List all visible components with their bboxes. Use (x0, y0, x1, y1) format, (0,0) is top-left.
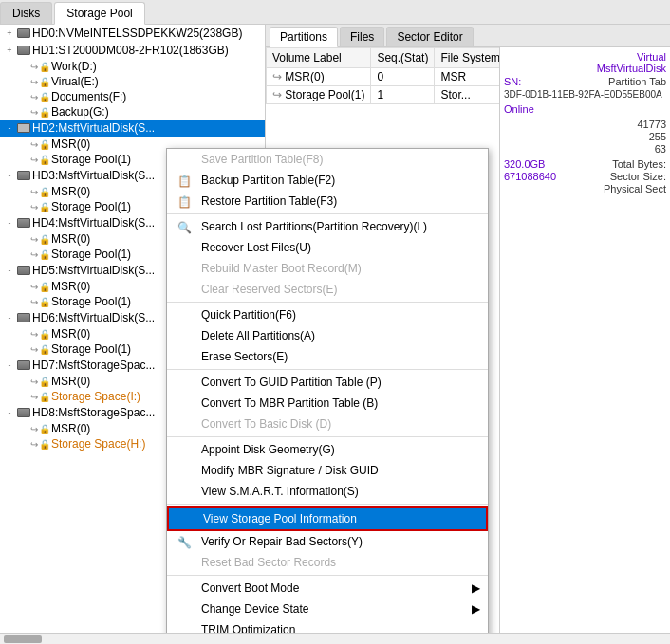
tab-disks[interactable]: Disks (0, 2, 52, 24)
disk-icon-hd4 (17, 215, 32, 230)
lock-hd4-pool: 🔒 (39, 249, 50, 260)
hd5-pool-label: Storage Pool(1) (51, 295, 131, 308)
hd3-msr-label: MSR(0) (51, 185, 90, 198)
menu-item-restore-partition[interactable]: 📋 Restore Partition Table(F3) (167, 191, 488, 212)
menu-trim-label: TRIM Optimization (201, 623, 295, 633)
disk-icon-hd0 (17, 26, 32, 41)
tree-item-work[interactable]: ↪ 🔒 Work(D:) (0, 59, 265, 74)
disk-icon-hd8 (17, 405, 32, 420)
menu-item-convert-mbr[interactable]: Convert To MBR Partition Table (B) (167, 393, 488, 414)
menu-convert-guid-label: Convert To GUID Partition Table (P) (201, 376, 382, 389)
arrow-icon-row1: ↪ (272, 70, 282, 83)
menu-item-view-storage-pool[interactable]: View Storage Pool Information (167, 506, 488, 531)
menu-item-convert-guid[interactable]: Convert To GUID Partition Table (P) (167, 372, 488, 393)
menu-item-verify-repair[interactable]: 🔧 Verify Or Repair Bad Sectors(Y) (167, 531, 488, 552)
guid-label: SN: (504, 76, 521, 87)
scrollbar-thumb[interactable] (4, 635, 42, 643)
scrollbar-area[interactable] (0, 633, 670, 644)
type-value: MsftVirtualDisk (597, 63, 666, 74)
tab-sector-editor[interactable]: Sector Editor (386, 27, 473, 46)
arrow-hd4-msr: ↪ (30, 234, 38, 245)
menu-item-convert-boot[interactable]: Convert Boot Mode ▶ (167, 578, 488, 598)
lock-hd2-pool: 🔒 (39, 155, 50, 165)
guid-detail: 3DF-0D1B-11EB-92FA-E0D55EB00A (504, 89, 666, 100)
disk-icon-hd6 (17, 310, 32, 325)
menu-recover-label: Recover Lost Files(U) (201, 241, 311, 254)
tab-storage-pool[interactable]: Storage Pool (54, 2, 144, 25)
tree-item-hd0[interactable]: + HD0:NVMeINTELSSDPEKKW25(238GB) (0, 25, 265, 42)
expand-hd6[interactable]: - (2, 310, 17, 325)
menu-smart-label: View S.M.A.R.T. Information(S) (201, 485, 359, 498)
lock-hd3-pool: 🔒 (39, 202, 50, 212)
menu-item-smart-info[interactable]: View S.M.A.R.T. Information(S) (167, 481, 488, 502)
menu-item-recover-lost[interactable]: Recover Lost Files(U) (167, 237, 488, 258)
expand-hd4[interactable]: - (2, 215, 17, 230)
guid-value: Partition Tab (608, 76, 666, 87)
backup-icon: 📋 (175, 174, 194, 189)
menu-item-convert-basic[interactable]: Convert To Basic Disk (D) (167, 414, 488, 434)
lock-work: 🔒 (39, 62, 50, 72)
hd3-pool-label: Storage Pool(1) (51, 200, 131, 213)
menu-boot-label: Convert Boot Mode (201, 581, 299, 595)
menu-item-reset-bad[interactable]: Reset Bad Sector Records (167, 552, 488, 573)
hd7-label: HD7:MsftStorageSpac... (32, 359, 155, 372)
hd7-msr-label: MSR(0) (51, 375, 90, 388)
arrow-hd3-msr: ↪ (30, 187, 38, 197)
arrow-hd4-pool: ↪ (30, 249, 38, 260)
tab-partitions[interactable]: Partitions (270, 27, 338, 47)
arrow-hd6-pool: ↪ (30, 344, 38, 355)
menu-item-erase-sectors[interactable]: Erase Sectors(E) (167, 346, 488, 367)
status-label: Online (504, 103, 666, 115)
val3: 63 (655, 143, 666, 155)
disk-icon-hd7 (17, 358, 32, 373)
menu-item-appoint-geometry[interactable]: Appoint Disk Geometry(G) (167, 439, 488, 460)
expand-hd0[interactable]: + (2, 26, 17, 41)
work-label: Work(D:) (51, 60, 97, 73)
menu-item-quick-partition[interactable]: Quick Partition(F6) (167, 304, 488, 325)
menu-item-modify-mbr[interactable]: Modify MBR Signature / Disk GUID (167, 460, 488, 481)
arrow-hd3-pool: ↪ (30, 202, 38, 212)
table-row[interactable]: ↪ MSR(0) 0 MSR (267, 68, 500, 86)
expand-hd7[interactable]: - (2, 358, 17, 373)
separator-3 (167, 369, 488, 370)
arrow-virual: ↪ (30, 77, 38, 87)
tab-files[interactable]: Files (340, 27, 384, 46)
expand-hd3[interactable]: - (2, 168, 17, 183)
menu-convert-mbr-label: Convert To MBR Partition Table (B) (201, 396, 378, 410)
tree-item-backup[interactable]: ↪ 🔒 Backup(G:) (0, 104, 265, 120)
menu-reset-label: Reset Bad Sector Records (201, 556, 336, 569)
menu-item-search-lost[interactable]: 🔍 Search Lost Partitions(Partition Recov… (167, 216, 488, 237)
menu-item-rebuild-mbr[interactable]: Rebuild Master Boot Record(M) (167, 258, 488, 279)
backup-label: Backup(G:) (51, 105, 109, 119)
hd4-msr-label: MSR(0) (51, 232, 90, 246)
tree-item-hd2[interactable]: - HD2:MsftVirtualDisk(S... (0, 120, 265, 137)
col-volume-label: Volume Label (267, 48, 371, 68)
tree-item-documents[interactable]: ↪ 🔒 Documents(F:) (0, 89, 265, 104)
disk-icon-hd1 (17, 43, 32, 58)
menu-item-save-partition[interactable]: Save Partition Table(F8) (167, 149, 488, 170)
menu-item-clear-reserved[interactable]: Clear Reserved Sectors(E) (167, 279, 488, 300)
hd2-msr-label: MSR(0) (51, 138, 90, 151)
cell-seq-1: 0 (371, 68, 435, 86)
sector-size-label: Sector Size: (610, 171, 666, 182)
expand-hd8[interactable]: - (2, 405, 17, 420)
expand-hd1[interactable]: + (2, 43, 17, 58)
menu-item-trim[interactable]: TRIM Optimization (167, 619, 488, 633)
table-row[interactable]: ↪ Storage Pool(1) 1 Stor... (267, 86, 500, 104)
expand-hd5[interactable]: - (2, 263, 17, 278)
menu-item-delete-all[interactable]: Delete All Partitions(A) (167, 325, 488, 346)
expand-hd2[interactable]: - (2, 120, 17, 136)
submenu-arrow-device: ▶ (472, 602, 480, 616)
val1: 41773 (637, 119, 666, 130)
storage-i-label: Storage Space(I:) (51, 390, 140, 403)
cell-fs-1: MSR (435, 68, 499, 86)
lock-hd7-msr: 🔒 (39, 377, 50, 387)
arrow-hd5-pool: ↪ (30, 297, 38, 307)
disk-icon-hd2 (17, 120, 32, 136)
tree-item-hd1[interactable]: + HD1:ST2000DM008-2FR102(1863GB) (0, 42, 265, 59)
docs-label: Documents(F:) (51, 90, 126, 103)
menu-item-change-device[interactable]: Change Device State ▶ (167, 598, 488, 619)
lock-storage-i: 🔒 (39, 392, 50, 402)
tree-item-virual[interactable]: ↪ 🔒 Virual(E:) (0, 74, 265, 89)
menu-item-backup-partition[interactable]: 📋 Backup Partition Table(F2) (167, 170, 488, 191)
